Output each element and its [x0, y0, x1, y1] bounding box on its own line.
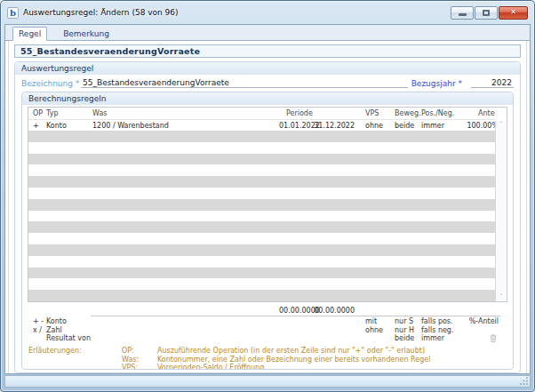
- app-icon-letter: b: [10, 8, 16, 18]
- table-row-empty[interactable]: [28, 211, 495, 222]
- cell-vps[interactable]: ohne: [355, 122, 388, 130]
- total-periode-von: 00.00.0000: [279, 307, 310, 315]
- titlebar[interactable]: b Auswertungsregel: Ändern (58 von 96) ✕: [1, 1, 534, 24]
- totals-row: 00.00.0000 00.00.0000: [28, 305, 513, 316]
- close-button[interactable]: ✕: [499, 6, 528, 20]
- col-header-periode: Periode: [279, 109, 310, 117]
- table-row-empty[interactable]: [28, 199, 495, 211]
- group-berechnungsregeln: Berechnungsregeln OP Typ Was Periode VPS…: [21, 92, 514, 370]
- legend-row: x / Zahl ohne nur H falls neg.: [28, 325, 513, 333]
- rules-table: OP Typ Was Periode VPS Beweg. Pos./Neg. …: [28, 107, 507, 302]
- table-row-empty[interactable]: [28, 278, 495, 290]
- table-row-empty[interactable]: [28, 176, 495, 188]
- bezugsjahr-input[interactable]: 2022: [471, 78, 514, 88]
- table-row-empty[interactable]: [28, 142, 495, 154]
- cell-periode-von[interactable]: 01.01.2022: [279, 122, 310, 130]
- empty-rows: [28, 131, 495, 301]
- group-auswertungsregel: Auswertungsregel Bezeichnung * 55_Bestan…: [14, 61, 521, 373]
- tab-bar: Regel Bemerkung: [5, 25, 530, 41]
- cell-beweg[interactable]: beide: [388, 122, 419, 130]
- col-header-op: OP: [28, 109, 44, 117]
- table-row[interactable]: + Konto 1200 / Warenbestand 01.01.2022 3…: [28, 120, 495, 131]
- group-title-berechnungsregeln: Berechnungsregeln: [22, 92, 513, 105]
- app-window: b Auswertungsregel: Ändern (58 von 96) ✕…: [0, 0, 535, 392]
- note-text: Kontonummer, eine Zahl oder Bezeichnung …: [157, 356, 513, 364]
- tab-page-regel: 55_BestandesveraenderungVorraete Auswert…: [8, 41, 527, 374]
- table-header-row: OP Typ Was Periode VPS Beweg. Pos./Neg. …: [28, 108, 495, 120]
- table-row-empty[interactable]: [28, 290, 495, 301]
- minimize-button[interactable]: [451, 6, 474, 20]
- total-periode-bis: 00.00.0000: [310, 307, 355, 315]
- cell-pos-neg[interactable]: immer: [419, 122, 467, 130]
- bezugsjahr-label: Bezugsjahr *: [411, 79, 462, 88]
- note-term: OP:: [122, 347, 157, 355]
- col-header-vps: VPS: [355, 109, 388, 117]
- group-title-auswertungsregel: Auswertungsregel: [15, 62, 520, 75]
- cell-anteil[interactable]: 100.00%: [467, 122, 495, 130]
- table-row-empty[interactable]: [28, 154, 495, 165]
- resize-grip[interactable]: [520, 377, 529, 386]
- notes-section: Erläuterungen: OP: Auszuführende Operati…: [28, 347, 513, 370]
- legend-row: + - Konto mit nur S falls pos. %-Anteil: [28, 317, 513, 325]
- table-row-empty[interactable]: [28, 233, 495, 244]
- table-row-empty[interactable]: [28, 221, 495, 233]
- legend-row: Resultat von beide immer: [28, 334, 513, 342]
- rule-fields-row: Bezeichnung * 55_BestandesveraenderungVo…: [15, 75, 520, 92]
- rules-table-body: OP Typ Was Periode VPS Beweg. Pos./Neg. …: [28, 108, 495, 301]
- scroll-down-icon[interactable]: ˅: [499, 294, 503, 300]
- note-term: VPS:: [122, 364, 157, 370]
- table-row-empty[interactable]: [28, 131, 495, 142]
- status-bar: [4, 375, 531, 388]
- col-header-was: Was: [91, 109, 279, 117]
- scroll-up-icon[interactable]: ˄: [499, 122, 503, 128]
- rule-name-header: 55_BestandesveraenderungVorraete: [14, 44, 521, 58]
- maximize-icon: [483, 10, 490, 16]
- window-title: Auswertungsregel: Ändern (58 von 96): [23, 8, 179, 17]
- table-row-empty[interactable]: [28, 188, 495, 199]
- close-icon: ✕: [510, 9, 516, 16]
- window-controls: ✕: [451, 6, 528, 20]
- note-text: Auszuführende Operation (in der ersten Z…: [157, 347, 513, 355]
- cell-periode-bis[interactable]: 31.12.2022: [310, 122, 355, 130]
- cell-was[interactable]: 1200 / Warenbestand: [91, 122, 279, 130]
- col-header-pos-neg: Pos./Neg.: [419, 109, 467, 117]
- trash-icon: [490, 334, 497, 342]
- maximize-button[interactable]: [475, 6, 498, 20]
- col-header-anteil: Anteil: [467, 109, 495, 117]
- notes-label: Erläuterungen:: [28, 347, 122, 355]
- tab-bemerkung[interactable]: Bemerkung: [58, 28, 115, 40]
- window-content: Regel Bemerkung 55_Bestandesveraenderung…: [4, 24, 531, 374]
- col-header-typ: Typ: [44, 109, 91, 117]
- table-row-empty[interactable]: [28, 256, 495, 268]
- note-text: Vorperioden-Saldo / Eröffnung: [157, 364, 513, 370]
- note-term: Was:: [122, 356, 157, 364]
- bezeichnung-input[interactable]: 55_BestandesveraenderungVorraete: [81, 78, 408, 88]
- cell-typ[interactable]: Konto: [44, 122, 91, 130]
- tab-regel[interactable]: Regel: [12, 27, 47, 41]
- table-row-empty[interactable]: [28, 164, 495, 176]
- col-header-beweg: Beweg.: [388, 109, 419, 117]
- legend: + - Konto mit nur S falls pos. %-Anteil …: [28, 316, 513, 342]
- table-row-empty[interactable]: [28, 268, 495, 279]
- bezeichnung-label: Bezeichnung *: [21, 79, 81, 88]
- rule-name-text: 55_BestandesveraenderungVorraete: [20, 46, 200, 56]
- table-row-empty[interactable]: [28, 244, 495, 256]
- app-icon: b: [7, 7, 19, 19]
- table-scrollbar[interactable]: ˄ ˅: [495, 121, 507, 301]
- minimize-icon: [459, 13, 467, 16]
- cell-op[interactable]: +: [28, 122, 44, 130]
